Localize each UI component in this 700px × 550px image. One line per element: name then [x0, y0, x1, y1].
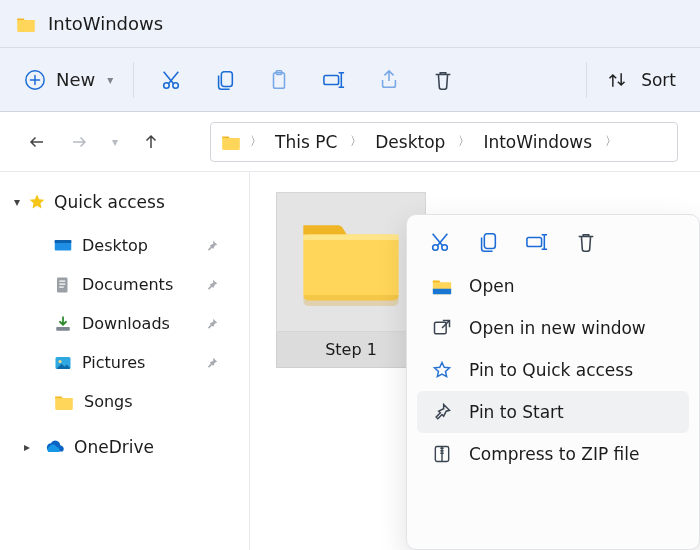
svg-rect-11: [59, 283, 65, 284]
chevron-right-icon: 〉: [455, 133, 473, 150]
rename-icon[interactable]: [525, 231, 549, 253]
star-outline-icon: [431, 360, 453, 380]
copy-icon[interactable]: [477, 231, 499, 253]
svg-rect-22: [433, 289, 451, 295]
svg-rect-20: [484, 234, 495, 249]
svg-rect-9: [57, 277, 68, 292]
toolbar-icons: [154, 69, 566, 91]
breadcrumb-folder-icon: [221, 134, 241, 150]
svg-point-15: [59, 360, 62, 363]
svg-rect-16: [303, 235, 398, 301]
new-button-label: New: [56, 69, 95, 90]
svg-rect-21: [527, 237, 542, 246]
recent-dropdown[interactable]: ▾: [112, 135, 118, 149]
sidebar: ▾ Quick access Desktop Documents Downlo: [0, 172, 250, 550]
copy-icon[interactable]: [214, 69, 236, 91]
context-menu-item-label: Pin to Start: [469, 402, 564, 422]
back-button[interactable]: [28, 133, 46, 151]
downloads-icon: [54, 315, 72, 333]
svg-rect-23: [435, 322, 447, 334]
pin-icon: [205, 356, 219, 370]
context-menu-item-label: Open in new window: [469, 318, 646, 338]
sort-label: Sort: [641, 70, 676, 90]
window-folder-icon: [16, 16, 36, 32]
pin-icon: [205, 239, 219, 253]
context-menu-action-row: [413, 225, 693, 265]
quick-access-header[interactable]: ▾ Quick access: [10, 186, 243, 218]
chevron-right-icon: 〉: [347, 133, 365, 150]
chevron-down-icon: ▾: [14, 195, 20, 209]
svg-rect-3: [222, 71, 233, 86]
context-menu-item-label: Compress to ZIP file: [469, 444, 640, 464]
rename-icon[interactable]: [322, 69, 346, 91]
cut-icon[interactable]: [160, 69, 182, 91]
svg-rect-8: [55, 240, 72, 243]
sidebar-item-label: Desktop: [82, 236, 148, 255]
breadcrumb[interactable]: 〉 This PC 〉 Desktop 〉 IntoWindows 〉: [210, 122, 678, 162]
onedrive-label: OneDrive: [74, 437, 154, 457]
sidebar-item-downloads[interactable]: Downloads: [10, 304, 243, 343]
context-menu-pin-start[interactable]: Pin to Start: [417, 391, 689, 433]
onedrive-icon: [44, 440, 64, 454]
svg-rect-17: [303, 235, 398, 241]
sidebar-list: Desktop Documents Downloads Pictures: [10, 226, 243, 421]
svg-rect-13: [56, 327, 70, 331]
context-menu-pin-quick-access[interactable]: Pin to Quick access: [417, 349, 689, 391]
folder-large-icon: [276, 192, 426, 332]
folder-item-selected[interactable]: Step 1: [276, 192, 426, 368]
sidebar-item-documents[interactable]: Documents: [10, 265, 243, 304]
context-menu: Open Open in new window Pin to Quick acc…: [406, 214, 700, 550]
chevron-right-icon: ▸: [24, 440, 30, 454]
sidebar-item-desktop[interactable]: Desktop: [10, 226, 243, 265]
pin-icon: [205, 317, 219, 331]
toolbar: New ▾ Sort: [0, 48, 700, 112]
zip-icon: [431, 444, 453, 464]
file-explorer-window: IntoWindows New ▾: [0, 0, 700, 550]
star-icon: [28, 193, 46, 211]
svg-rect-12: [59, 286, 64, 287]
separator: [586, 62, 587, 98]
sidebar-item-pictures[interactable]: Pictures: [10, 343, 243, 382]
open-icon: [431, 276, 453, 296]
pin-icon: [431, 402, 453, 422]
breadcrumb-item[interactable]: Desktop: [371, 130, 449, 154]
cut-icon[interactable]: [429, 231, 451, 253]
sidebar-item-label: Documents: [82, 275, 173, 294]
new-button[interactable]: New ▾: [24, 69, 113, 91]
breadcrumb-item[interactable]: IntoWindows: [479, 130, 596, 154]
context-menu-compress-zip[interactable]: Compress to ZIP file: [417, 433, 689, 475]
context-menu-open[interactable]: Open: [417, 265, 689, 307]
svg-rect-10: [59, 280, 65, 281]
sort-icon: [607, 70, 627, 90]
delete-icon[interactable]: [432, 69, 454, 91]
chevron-right-icon: 〉: [602, 133, 620, 150]
sidebar-item-label: Downloads: [82, 314, 170, 333]
pin-icon: [205, 278, 219, 292]
sidebar-item-songs[interactable]: Songs: [10, 382, 243, 421]
separator: [133, 62, 134, 98]
up-button[interactable]: [142, 133, 160, 151]
quick-access-label: Quick access: [54, 192, 165, 212]
sidebar-item-onedrive[interactable]: ▸ OneDrive: [10, 421, 243, 465]
delete-icon[interactable]: [575, 231, 597, 253]
sidebar-item-label: Songs: [84, 392, 133, 411]
forward-button[interactable]: [70, 133, 88, 151]
window-title: IntoWindows: [48, 13, 163, 34]
share-icon[interactable]: [378, 69, 400, 91]
new-plus-icon: [24, 69, 46, 91]
folder-icon: [54, 394, 74, 410]
open-new-window-icon: [431, 318, 453, 338]
pictures-icon: [54, 355, 72, 371]
paste-icon[interactable]: [268, 69, 290, 91]
context-menu-open-new-window[interactable]: Open in new window: [417, 307, 689, 349]
chevron-right-icon: 〉: [247, 133, 265, 150]
folder-item-label: Step 1: [276, 332, 426, 368]
chevron-down-icon: ▾: [107, 73, 113, 87]
sidebar-item-label: Pictures: [82, 353, 145, 372]
context-menu-item-label: Pin to Quick access: [469, 360, 633, 380]
sort-button[interactable]: Sort: [607, 70, 676, 90]
nav-arrows: ▾: [0, 133, 210, 151]
breadcrumb-item[interactable]: This PC: [271, 130, 341, 154]
documents-icon: [54, 276, 72, 294]
svg-rect-6: [324, 75, 339, 84]
